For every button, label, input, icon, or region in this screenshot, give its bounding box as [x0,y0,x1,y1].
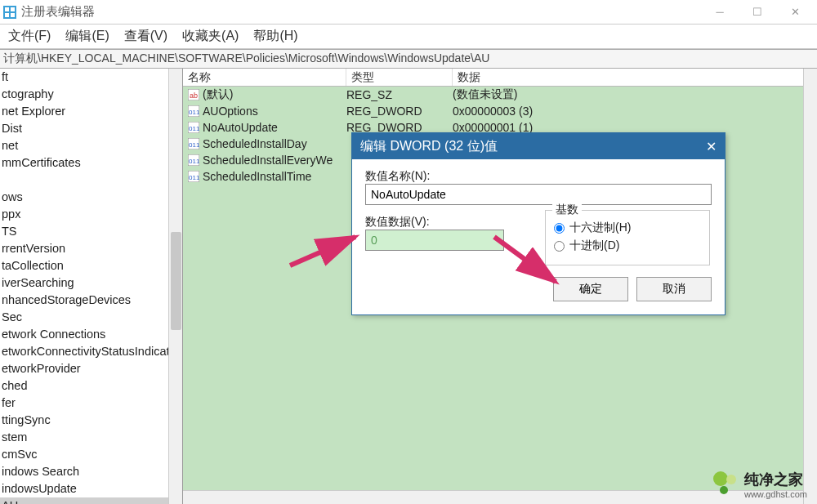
tree-item[interactable]: nhancedStorageDevices [0,292,182,309]
tree-item[interactable]: ows [0,189,182,206]
svg-text:ab: ab [190,91,198,100]
svg-text:011: 011 [189,125,199,132]
tree-item[interactable]: ttingSync [0,412,182,429]
value-type-icon: ab [188,89,199,100]
ok-button[interactable]: 确定 [553,277,628,301]
cancel-button[interactable]: 取消 [636,277,712,301]
menu-edit[interactable]: 编辑(E) [62,26,112,47]
tree-item[interactable]: cmSvc [0,446,182,463]
base-label: 基数 [552,203,582,217]
close-button[interactable]: ✕ [776,0,814,25]
value-name: AUOptions [203,105,258,118]
menubar: 文件(F) 编辑(E) 查看(V) 收藏夹(A) 帮助(H) [0,25,817,49]
svg-text:011: 011 [189,141,199,149]
tree-item[interactable]: AU [0,497,182,504]
value-name: NoAutoUpdate [203,121,278,134]
base-group: 基数 十六进制(H) 十进制(D) [545,210,710,265]
value-type: REG_DWORD [346,105,453,118]
menu-view[interactable]: 查看(V) [121,26,171,47]
tree-item[interactable]: taCollection [0,257,182,274]
value-name: ScheduledInstallDay [203,137,307,150]
tree-item[interactable]: ctography [0,86,182,103]
address-bar[interactable]: 计算机\HKEY_LOCAL_MACHINE\SOFTWARE\Policies… [0,49,817,69]
svg-text:011: 011 [189,158,199,165]
watermark-url: www.gdhst.com [744,489,807,499]
tree-item[interactable]: etwork Connections [0,326,182,343]
radio-hex-input[interactable] [554,223,565,234]
value-name: (默认) [203,87,233,102]
value-name: ScheduledInstallTime [203,170,311,183]
svg-rect-2 [11,7,15,11]
col-name[interactable]: 名称 [183,69,346,86]
value-type: REG_SZ [346,88,453,101]
tree-item[interactable]: net [0,137,182,154]
tree-item[interactable]: net Explorer [0,103,182,120]
tree-item[interactable]: fer [0,395,182,412]
svg-rect-4 [11,13,15,17]
tree-item[interactable]: Sec [0,309,182,326]
tree-item[interactable] [0,172,182,189]
value-type-icon: 011 [188,171,199,182]
svg-text:011: 011 [189,174,199,181]
value-data: 0x00000003 (3) [453,105,817,118]
tree-item[interactable]: TS [0,223,182,240]
values-scrollbar-v[interactable] [803,69,817,504]
watermark: 纯净之家 www.gdhst.com [713,470,807,499]
address-text: 计算机\HKEY_LOCAL_MACHINE\SOFTWARE\Policies… [3,51,489,66]
value-type-icon: 011 [188,138,199,149]
window-title: 注册表编辑器 [21,4,95,20]
tree-scrollbar[interactable] [168,69,182,504]
tree-item[interactable]: Dist [0,120,182,137]
menu-favorites[interactable]: 收藏夹(A) [179,26,242,47]
svg-rect-3 [5,13,9,17]
titlebar[interactable]: 注册表编辑器 ─ ☐ ✕ [0,0,817,25]
tree-item[interactable]: ft [0,69,182,86]
radio-hex[interactable]: 十六进制(H) [554,221,701,235]
tree-item[interactable]: ppx [0,206,182,223]
svg-rect-1 [5,7,9,11]
maximize-button[interactable]: ☐ [739,0,776,25]
dialog-title: 编辑 DWORD (32 位)值 [360,138,498,155]
tree-item[interactable]: rrentVersion [0,240,182,257]
minimize-button[interactable]: ─ [701,0,739,25]
tree-item[interactable]: iverSearching [0,274,182,292]
app-icon [3,6,16,19]
name-field[interactable] [365,184,712,205]
tree-item[interactable]: indowsUpdate [0,480,182,497]
data-label: 数值数据(V): [365,215,520,230]
value-name: ScheduledInstallEveryWe [203,154,333,167]
column-headers: 名称 类型 数据 [183,69,817,87]
watermark-brand: 纯净之家 [744,470,807,489]
value-row[interactable]: ab(默认)REG_SZ(数值未设置) [183,87,817,103]
value-type-icon: 011 [188,122,199,133]
tree-item[interactable]: mmCertificates [0,154,182,172]
name-label: 数值名称(N): [365,169,712,184]
tree-item[interactable]: ched [0,377,182,395]
tree-item[interactable]: etworkConnectivityStatusIndicator [0,343,182,360]
radio-dec[interactable]: 十进制(D) [554,239,701,253]
col-data[interactable]: 数据 [453,69,817,86]
values-scrollbar-h[interactable] [183,490,803,504]
svg-text:011: 011 [189,109,199,116]
watermark-logo-icon [713,471,739,497]
tree-item[interactable]: indows Search [0,463,182,480]
dialog-titlebar[interactable]: 编辑 DWORD (32 位)值 ✕ [352,133,725,159]
menu-help[interactable]: 帮助(H) [250,26,301,47]
data-field[interactable] [365,230,504,251]
col-type[interactable]: 类型 [346,69,453,86]
tree-pane[interactable]: ftctographynet ExplorerDistnetmmCertific… [0,69,183,504]
tree-item[interactable]: stem [0,429,182,446]
value-type-icon: 011 [188,105,199,117]
menu-file[interactable]: 文件(F) [5,26,54,47]
value-data: (数值未设置) [453,87,817,102]
value-type-icon: 011 [188,154,199,166]
tree-item[interactable]: etworkProvider [0,360,182,377]
radio-dec-input[interactable] [554,241,565,252]
value-row[interactable]: 011AUOptionsREG_DWORD0x00000003 (3) [183,103,817,119]
dialog-close-icon[interactable]: ✕ [706,139,717,154]
edit-dword-dialog: 编辑 DWORD (32 位)值 ✕ 数值名称(N): 数值数据(V): 基数 … [351,132,725,315]
